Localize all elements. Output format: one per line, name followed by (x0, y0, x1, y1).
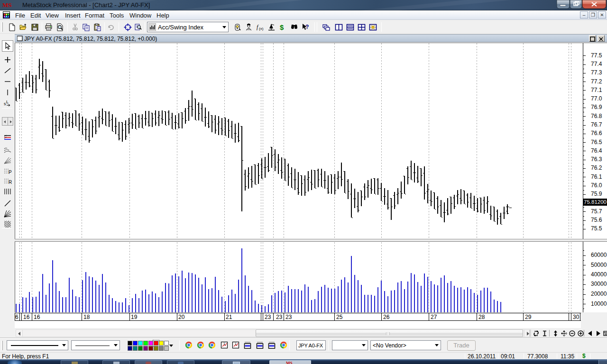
svg-text:(x): (x) (259, 27, 264, 31)
svg-text:1: 1 (235, 342, 237, 346)
svg-text:1: 1 (223, 342, 225, 346)
svg-text:L: L (6, 100, 9, 104)
svg-text:P: P (9, 170, 12, 175)
svg-text:R: R (9, 180, 12, 185)
svg-text:?: ? (305, 24, 309, 30)
svg-text:$: $ (280, 23, 284, 31)
svg-text:MS: MS (2, 1, 12, 9)
